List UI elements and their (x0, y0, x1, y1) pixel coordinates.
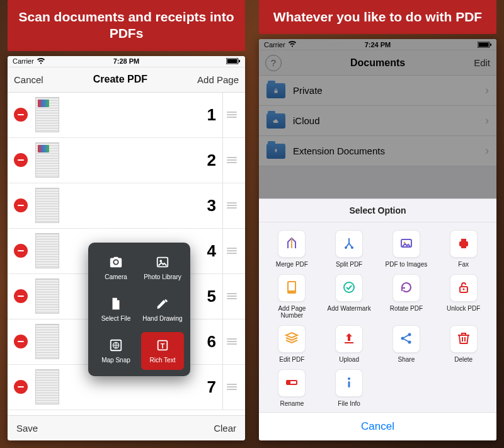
page-thumbnail[interactable] (35, 233, 59, 268)
pdf-to-images-option[interactable]: PDF to Images (381, 230, 432, 268)
svg-rect-19 (461, 246, 466, 248)
edit-pdf-option[interactable]: Edit PDF (266, 325, 318, 363)
option-label: Rotate PDF (390, 305, 423, 312)
page-thumbnail[interactable] (35, 97, 59, 132)
rotate-icon (399, 280, 414, 296)
globe-icon (108, 338, 123, 353)
add-source-popover: Camera Photo Library Select File Hand Dr… (88, 243, 190, 376)
svg-point-14 (351, 246, 353, 249)
drag-handle-icon[interactable] (222, 364, 240, 410)
right-banner: Whatever you like to do with PDF (259, 0, 496, 34)
option-label: Share (398, 356, 415, 363)
page-thumbnail[interactable] (35, 279, 59, 314)
right-pane: Whatever you like to do with PDF Carrier… (259, 0, 496, 440)
option-label: Upload (339, 356, 359, 363)
page-thumbnail[interactable] (35, 188, 59, 223)
page-row[interactable]: 2 (8, 138, 245, 183)
fax-icon (456, 236, 471, 252)
map-snap-option[interactable]: Map Snap (94, 332, 137, 370)
nav-title: Create PDF (93, 74, 147, 85)
drag-handle-icon[interactable] (222, 273, 240, 319)
option-label: PDF to Images (386, 261, 428, 268)
page-thumbnail[interactable] (35, 324, 59, 359)
sheet-title: Select Option (259, 199, 496, 222)
sheet-cancel-button[interactable]: Cancel (259, 412, 496, 440)
page-thumbnail[interactable] (35, 142, 59, 178)
split-icon (341, 236, 357, 252)
drag-handle-icon[interactable] (222, 228, 240, 273)
option-label: Add Watermark (328, 305, 371, 312)
page-number: 1 (64, 105, 222, 125)
file-icon (108, 297, 123, 312)
option-grid: Merge PDF Split PDF PDF to Images Fax Ad… (259, 222, 496, 412)
bottom-toolbar: Save Clear (8, 415, 245, 440)
split-pdf-option[interactable]: Split PDF (324, 230, 375, 268)
option-label: Photo Library (144, 273, 181, 280)
remove-icon[interactable] (14, 289, 28, 303)
option-label: Edit PDF (279, 356, 304, 363)
option-label: Add Page Number (266, 305, 318, 319)
hand-drawing-option[interactable]: Hand Drawing (141, 290, 184, 328)
fax-option[interactable]: Fax (438, 230, 489, 268)
svg-rect-2 (239, 60, 240, 62)
drag-handle-icon[interactable] (222, 93, 240, 138)
svg-point-13 (345, 246, 347, 249)
page-number: 7 (64, 377, 222, 397)
image-icon (155, 255, 170, 270)
option-label: Delete (454, 356, 472, 363)
share-option[interactable]: Share (381, 325, 432, 363)
statusbar-time: 7:28 PM (88, 57, 164, 65)
add-page-number-option[interactable]: Add Page Number (266, 274, 318, 319)
remove-icon[interactable] (14, 153, 28, 167)
option-label: Merge PDF (276, 261, 308, 268)
page-row[interactable]: 3 (8, 183, 245, 229)
remove-icon[interactable] (14, 108, 28, 122)
layers-icon (284, 331, 299, 347)
add-watermark-option[interactable]: Add Watermark (324, 274, 375, 319)
rename-icon (284, 375, 299, 391)
svg-rect-32 (348, 381, 350, 388)
photo-library-option[interactable]: Photo Library (141, 249, 184, 287)
camera-option[interactable]: Camera (94, 249, 137, 287)
svg-point-24 (462, 289, 464, 290)
rotate-pdf-option[interactable]: Rotate PDF (381, 274, 432, 319)
select-file-option[interactable]: Select File (94, 290, 137, 328)
svg-rect-18 (461, 239, 466, 242)
save-button[interactable]: Save (16, 423, 38, 434)
rename-option[interactable]: Rename (266, 369, 318, 407)
file-info-option[interactable]: File Info (324, 369, 375, 407)
option-label: Unlock PDF (447, 305, 480, 312)
remove-icon[interactable] (14, 244, 28, 258)
option-label: Rich Text (150, 357, 176, 364)
clear-button[interactable]: Clear (214, 423, 236, 434)
drag-handle-icon[interactable] (222, 137, 240, 183)
svg-rect-1 (227, 59, 237, 64)
page-number: 3 (64, 196, 222, 215)
merge-pdf-option[interactable]: Merge PDF (266, 230, 318, 268)
svg-point-31 (348, 377, 350, 380)
left-banner: Scan documents and receipts into PDFs (8, 0, 245, 51)
remove-icon[interactable] (14, 380, 28, 394)
option-label: Rename (280, 400, 304, 407)
camera-icon (108, 255, 123, 270)
svg-point-22 (344, 282, 354, 292)
page-row[interactable]: 1 (8, 93, 245, 138)
delete-option[interactable]: Delete (438, 325, 489, 363)
rich-text-option[interactable]: T Rich Text (141, 332, 184, 370)
page-thumbnail[interactable] (35, 369, 59, 405)
text-icon: T (155, 338, 170, 353)
remove-icon[interactable] (14, 198, 28, 212)
navbar: Cancel Create PDF Add Page (8, 67, 245, 93)
drag-handle-icon[interactable] (222, 183, 240, 228)
unlock-pdf-option[interactable]: Unlock PDF (438, 274, 489, 319)
wifi-icon (37, 58, 45, 65)
remove-icon[interactable] (14, 335, 28, 348)
add-page-button[interactable]: Add Page (197, 74, 239, 85)
pen-icon (155, 297, 170, 312)
left-phone: Carrier 7:28 PM Cancel Create PDF Add Pa… (8, 56, 245, 441)
merge-icon (284, 236, 299, 252)
left-pane: Scan documents and receipts into PDFs Ca… (8, 0, 245, 440)
cancel-button[interactable]: Cancel (14, 74, 43, 85)
drag-handle-icon[interactable] (222, 319, 240, 364)
upload-option[interactable]: Upload (324, 325, 375, 363)
